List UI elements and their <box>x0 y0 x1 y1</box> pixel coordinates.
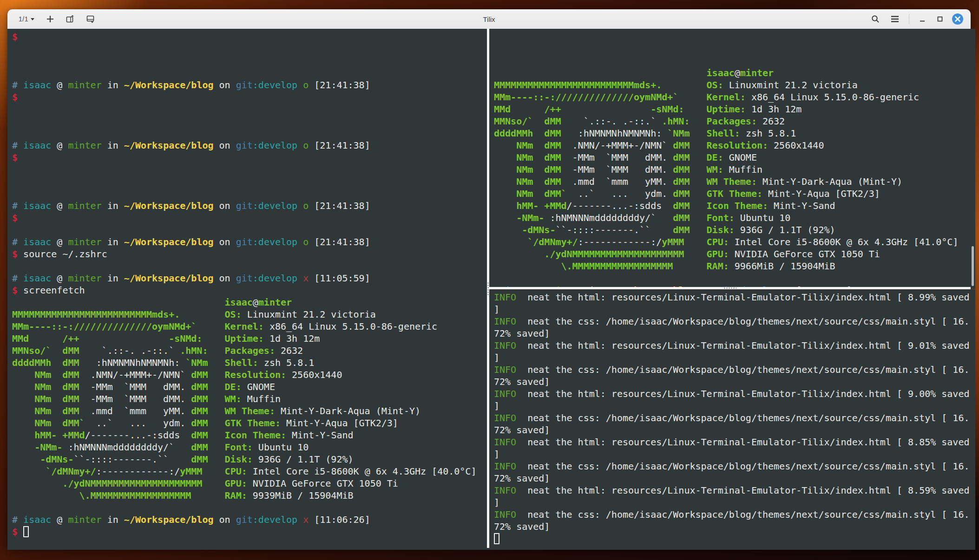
terminal-line: INFO neat the html: resources/Linux-Term… <box>494 484 975 496</box>
terminal-line: NMm dMM` ..` ... ydm. dMM GTK Theme: Min… <box>12 417 492 429</box>
text-segment: minter <box>68 200 101 211</box>
text-segment: isaac <box>23 200 51 211</box>
window-title: Tilix <box>483 15 495 23</box>
text-segment: GPU: <box>225 478 247 489</box>
maximize-button[interactable] <box>933 12 947 26</box>
text-segment <box>197 321 224 332</box>
text-segment: dMM <box>169 454 208 465</box>
minimize-button[interactable] <box>915 12 930 26</box>
text-segment: o <box>303 79 309 91</box>
text-segment: neat the html: resources/Linux-Terminal-… <box>516 485 969 496</box>
text-segment: `/dMNmy+/ <box>494 236 578 247</box>
terminal-pane-left[interactable]: $ # isaac @ minter in ~/Workspace/blog o… <box>7 29 492 550</box>
text-segment: -MMm `MMM dMM. <box>91 393 186 404</box>
text-segment: CPU: <box>707 236 729 247</box>
text-segment: GNOME <box>242 381 275 392</box>
text-segment: Mint-Y-Dark-Aqua (Mint-Y) <box>275 405 421 417</box>
text-segment: MMd /++ -sNMd: <box>12 333 202 344</box>
titlebar-right-controls <box>867 12 965 26</box>
tilix-window: 1/1 <box>7 9 971 548</box>
terminal-line <box>12 163 492 176</box>
text-segment: 936G / 1.1T (92%) <box>253 454 354 465</box>
text-segment: dMM <box>185 405 208 417</box>
text-segment: Resolution: <box>707 140 768 151</box>
text-segment: WM Theme: <box>707 176 757 187</box>
text-segment <box>208 454 224 465</box>
text-segment: .mmd `mmm yMM. <box>572 176 668 187</box>
text-segment: yMMM <box>180 466 202 477</box>
text-segment: ``-::::-------.`` <box>555 224 650 235</box>
terminal-line: ] <box>494 352 975 364</box>
text-segment: :develop <box>253 79 297 91</box>
text-segment <box>18 79 23 91</box>
text-segment: zsh 5.8.1 <box>740 128 796 139</box>
text-segment: on <box>214 236 236 247</box>
text-segment: Mint-Y-Sand <box>286 430 354 441</box>
text-segment: minter <box>68 273 101 284</box>
scrollbar-thumb[interactable] <box>972 246 974 286</box>
terminal-pane-bottom-right[interactable]: INFO neat the html: resources/Linux-Term… <box>489 289 975 550</box>
terminal-pane-top-right[interactable]: isaac@minterMMMMMMMMMMMMMMMMMMMMMMMMMmds… <box>489 29 975 289</box>
text-segment: Font: <box>707 212 735 223</box>
text-segment: neat the css: /home/isaac/Workspace/blog… <box>516 364 969 375</box>
terminal-line: \.MMMMMMMMMMMMMMMMMM RAM: 9939MiB / 1590… <box>12 489 492 501</box>
text-segment: @ <box>51 236 68 247</box>
text-segment: Mint-Y-Aqua [GTK2/3] <box>281 417 398 429</box>
text-segment <box>18 514 23 525</box>
session-indicator-label: 1/1 <box>19 15 28 23</box>
terminal-line: 72% saved] <box>494 472 975 484</box>
split-right-icon <box>66 14 75 24</box>
text-segment: Mint-Y-Aqua [GTK2/3] <box>762 188 880 199</box>
text-segment: @ <box>51 273 68 284</box>
text-segment: git <box>236 273 253 284</box>
text-segment: dMM <box>185 417 208 429</box>
text-segment: isaac <box>23 514 51 525</box>
terminal-line: ] <box>494 400 975 412</box>
text-segment: hMM- +MMd <box>494 200 567 211</box>
text-segment <box>12 43 18 54</box>
text-segment: in <box>102 140 124 151</box>
terminal-line: ] <box>494 496 975 508</box>
text-segment: neat the html: resources/Linux-Terminal-… <box>516 340 969 351</box>
split-terminal-right-button[interactable] <box>62 12 79 26</box>
text-segment: 9939MiB / 15904MiB <box>247 490 354 501</box>
desktop-wallpaper: { "window": { "title": "Tilix", "session… <box>0 0 979 560</box>
text-segment <box>208 369 224 380</box>
text-segment: -NMm- <box>494 212 550 223</box>
text-segment: # <box>12 140 18 151</box>
text-segment <box>12 104 18 115</box>
text-segment: Intel Core i5-8600K @ 6x 4.3GHz [40.0°C] <box>247 466 477 477</box>
close-button[interactable] <box>950 12 965 26</box>
text-segment <box>12 260 18 272</box>
text-segment: dMM <box>656 212 690 223</box>
text-segment: /-------...-:sdds <box>567 200 662 211</box>
text-segment: NMm dMM <box>12 405 91 417</box>
text-segment: in <box>102 514 124 525</box>
text-segment <box>494 273 499 284</box>
new-session-button[interactable] <box>42 12 58 26</box>
search-button[interactable] <box>867 12 884 26</box>
terminal-line: INFO neat the css: /home/isaac/Workspace… <box>494 460 975 472</box>
text-segment: @ <box>253 297 258 308</box>
split-terminal-down-button[interactable] <box>82 12 99 26</box>
text-segment: Disk: <box>707 224 735 235</box>
text-segment <box>684 104 706 115</box>
titlebar[interactable]: 1/1 <box>7 9 971 29</box>
text-segment <box>297 79 303 91</box>
text-segment: git <box>236 79 253 91</box>
text-segment: 2632 <box>757 116 785 127</box>
terminal-line <box>12 55 492 67</box>
text-segment <box>690 224 706 235</box>
text-segment <box>12 176 18 187</box>
terminal-line: \.MMMMMMMMMMMMMMMMMM RAM: 9966MiB / 1590… <box>494 260 975 272</box>
terminal-line: INFO neat the html: resources/Linux-Term… <box>494 339 975 352</box>
text-segment <box>690 152 706 163</box>
terminal-line: ddddMMh dMM :hNMNMNhNMNMNh: `NMm Shell: … <box>12 357 492 369</box>
text-segment: Muffin <box>723 164 762 175</box>
text-segment: neat the css: /home/isaac/Workspace/blog… <box>516 461 969 472</box>
terminal-line: INFO neat the html: resources/Linux-Term… <box>494 291 975 303</box>
session-indicator-dropdown[interactable]: 1/1 <box>15 12 39 26</box>
terminal-line: 72% saved] <box>494 424 975 436</box>
menu-button[interactable] <box>887 12 903 26</box>
text-segment <box>690 128 706 139</box>
